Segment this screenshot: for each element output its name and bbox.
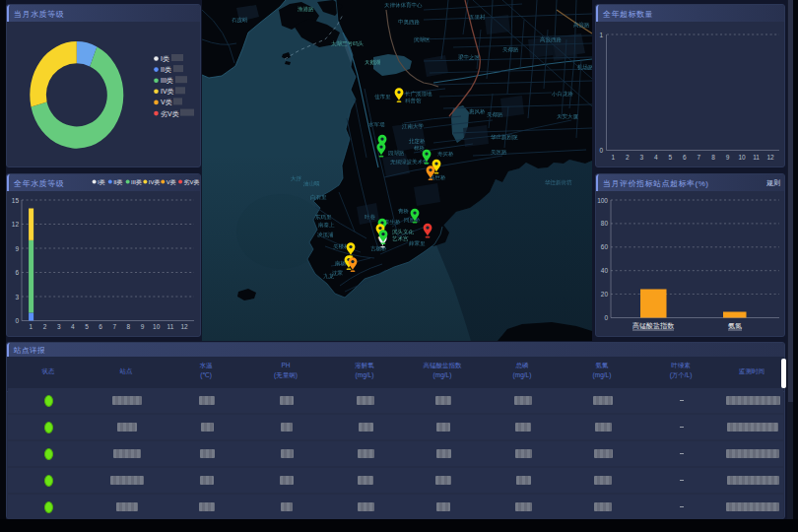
svg-text:小白龙桥: 小白龙桥: [551, 91, 574, 98]
svg-text:佳市里: 佳市里: [374, 94, 391, 100]
svg-text:棉桥: 棉桥: [414, 145, 426, 151]
svg-text:无锡绿波美术馆: 无锡绿波美术馆: [390, 159, 429, 166]
svg-text:科普馆: 科普馆: [405, 98, 422, 104]
svg-text:薛家里: 薛家里: [409, 240, 426, 246]
svg-text:白石里: 白石里: [310, 194, 327, 201]
svg-text:太湖三号码头: 太湖三号码头: [331, 40, 365, 47]
svg-text:滨湖区: 滨湖区: [414, 36, 431, 43]
svg-text:长广溪湿地: 长广溪湿地: [405, 91, 432, 98]
svg-text:南泰上: 南泰上: [318, 222, 335, 228]
svg-text:石皮峪: 石皮峪: [232, 17, 248, 24]
svg-text:滨头文化: 滨头文化: [392, 229, 415, 235]
svg-text:东鸡里: 东鸡里: [314, 214, 332, 220]
svg-text:同胞桥: 同胞桥: [404, 217, 421, 223]
svg-text:天安大厦: 天安大厦: [557, 113, 579, 120]
svg-text:吉杨桥: 吉杨桥: [370, 245, 387, 252]
svg-text:吴都路: 吴都路: [502, 46, 519, 53]
svg-text:叶巷: 叶巷: [365, 214, 376, 220]
svg-text:天律休体育中心: 天律休体育中心: [384, 2, 423, 8]
svg-text:华庄新剧院: 华庄新剧院: [491, 134, 518, 141]
svg-text:油山唝: 油山唝: [303, 180, 320, 187]
svg-text:青桥: 青桥: [398, 208, 410, 214]
svg-text:大浮: 大浮: [291, 175, 302, 182]
svg-text:江南大学: 江南大学: [402, 123, 425, 130]
svg-text:艺术宫: 艺术宫: [392, 235, 409, 242]
svg-text:北定桥: 北定桥: [408, 138, 426, 145]
svg-text:园湖路: 园湖路: [388, 150, 405, 157]
svg-text:水军場: 水军場: [368, 121, 385, 128]
svg-text:惠风桥: 惠风桥: [468, 108, 486, 114]
svg-text:渔港路: 渔港路: [298, 6, 314, 13]
svg-text:天鹅湖: 天鹅湖: [365, 59, 381, 66]
svg-text:凌溪浦: 凌溪浦: [317, 232, 334, 238]
svg-text:吴区路: 吴区路: [491, 149, 507, 155]
svg-text:中奥西路: 中奥西路: [398, 19, 421, 26]
svg-text:高浪西路: 高浪西路: [540, 36, 563, 43]
svg-text:机场路: 机场路: [577, 64, 592, 71]
svg-text:泰生桥: 泰生桥: [384, 219, 401, 225]
svg-text:寿买桥: 寿买桥: [437, 151, 454, 157]
svg-text:五里村: 五里村: [469, 14, 486, 21]
svg-text:梁中之区: 梁中之区: [458, 53, 481, 61]
svg-text:高浪路: 高浪路: [573, 22, 590, 29]
svg-text:华迁新街坊: 华迁新街坊: [545, 179, 572, 186]
svg-text:吴都路: 吴都路: [487, 111, 503, 118]
svg-text:九龙: 九龙: [323, 273, 335, 279]
